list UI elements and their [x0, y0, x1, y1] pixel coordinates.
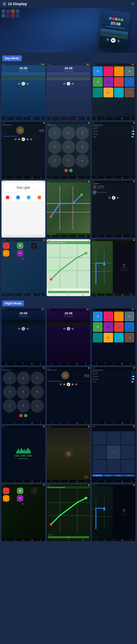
auto-connect-toggle[interactable] — [132, 133, 134, 135]
night-go-button[interactable]: GO — [48, 536, 89, 538]
dial-3[interactable]: 3DEF — [30, 372, 44, 385]
dial-3[interactable]: 3DEF — [76, 126, 89, 140]
auto-answer-toggle[interactable] — [132, 131, 134, 132]
play-btn[interactable]: ⏸ — [67, 327, 70, 330]
app-icon[interactable]: 🎵 — [104, 312, 113, 321]
prev-btn[interactable]: ⏮ — [63, 82, 66, 85]
prev-btn[interactable]: ⏮ — [18, 328, 20, 330]
flower-toggle[interactable] — [132, 136, 134, 137]
podcasts-app[interactable]: 🎙 — [3, 495, 9, 502]
app-icon[interactable]: 🔧 — [124, 333, 134, 342]
end-call-btn[interactable]: 📞 — [64, 169, 68, 172]
rew-btn[interactable]: ⏪ — [63, 383, 66, 386]
maps-app[interactable]: 🗺 — [17, 250, 23, 256]
app-icon[interactable]: 📷 — [114, 322, 124, 332]
next-btn[interactable]: ⏭ — [26, 82, 29, 85]
fwd-btn[interactable]: ⏩ — [72, 383, 74, 386]
dial-0[interactable]: 0 — [30, 399, 44, 412]
app-icon[interactable]: 🔵 — [124, 77, 134, 87]
podcasts-app[interactable]: 🎙 — [3, 250, 9, 256]
play-btn[interactable]: ▶ — [22, 138, 25, 141]
left-btn[interactable]: ← — [92, 445, 106, 459]
app-icon[interactable]: 📱 — [104, 77, 113, 87]
quick-link[interactable]: Y YouTube — [3, 196, 12, 200]
next-btn[interactable]: ⏭ — [26, 328, 29, 330]
action-btn[interactable]: Home — [92, 474, 103, 476]
next-btn[interactable]: ⏭ — [116, 196, 119, 199]
dial-5[interactable]: 5JKL — [17, 385, 30, 399]
app-icon[interactable]: 🗺 — [93, 77, 102, 87]
call-btn[interactable]: 📞 — [69, 169, 72, 172]
music-app[interactable]: 🎵 — [31, 488, 37, 494]
up-left-btn[interactable]: ↖ — [92, 431, 106, 445]
down-right-btn[interactable]: ↘ — [121, 460, 134, 473]
dial-7[interactable]: 7PQRS — [3, 399, 16, 412]
google-search[interactable]: 🔍 Search or type URL — [3, 191, 44, 194]
prev-btn[interactable]: ⏮ — [60, 383, 62, 386]
messages-app[interactable]: 💬 — [17, 242, 23, 249]
prev-btn[interactable]: ⏮ — [18, 82, 20, 85]
app-icon[interactable]: ⚙️ — [124, 66, 134, 76]
prev-btn[interactable]: ⏮ — [108, 196, 111, 199]
right-btn[interactable]: → — [121, 445, 134, 459]
app-icon[interactable]: 📻 — [114, 312, 124, 321]
app-icon[interactable]: 📡 — [93, 312, 102, 321]
dial-8[interactable]: 8TUV — [62, 154, 75, 168]
action-btn[interactable]: Back — [103, 474, 113, 476]
prev-btn[interactable]: ⏮ — [14, 138, 17, 140]
auto-answer-toggle[interactable] — [132, 376, 134, 377]
quick-link[interactable]: t Twitter — [24, 196, 34, 200]
dial-2[interactable]: 2ABC — [62, 126, 75, 140]
action-btn[interactable]: Menu — [114, 474, 124, 476]
app-icon[interactable]: 🔊 — [114, 333, 124, 342]
app-icon[interactable]: 📞 — [104, 333, 113, 342]
play-btn[interactable]: ⏸ — [22, 82, 25, 86]
app-icon[interactable]: 🔵 — [124, 322, 134, 332]
down-btn[interactable]: ↓ — [107, 460, 120, 473]
phone-app[interactable]: 📞 — [3, 242, 9, 249]
dial-6[interactable]: 6MNO — [30, 385, 44, 399]
play-btn[interactable]: ⏸ — [67, 82, 70, 86]
end-call-btn[interactable]: 📞 — [19, 414, 23, 417]
play-btn[interactable]: ▶ — [67, 382, 70, 386]
dial-7[interactable]: 7PQRS — [48, 154, 61, 168]
prev-small[interactable]: ⏪ — [18, 138, 20, 140]
app-icon[interactable]: 📷 — [114, 77, 124, 87]
phone-app[interactable]: 📞 — [3, 488, 9, 494]
app-icon[interactable]: 📱 — [104, 322, 113, 332]
app-icon[interactable]: 🔧 — [124, 88, 134, 97]
up-right-btn[interactable]: ↗ — [121, 431, 134, 445]
dial-4[interactable]: 4GHI — [48, 140, 61, 154]
dial-1[interactable]: 1 — [48, 126, 61, 140]
app-icon[interactable]: 🎬 — [93, 88, 102, 97]
music-app[interactable]: 🎵 — [31, 242, 37, 249]
app-icon[interactable]: ⚙️ — [124, 312, 134, 321]
up-btn[interactable]: ↑ — [107, 431, 120, 445]
go-button[interactable]: GO — [48, 291, 89, 293]
next-btn[interactable]: ⏭ — [72, 82, 74, 85]
center-btn[interactable]: ⊙ — [107, 445, 120, 459]
play-btn[interactable]: ⏸ — [22, 327, 25, 330]
nav-icon[interactable] — [132, 3, 135, 5]
quick-link[interactable]: R Reddit — [34, 196, 44, 200]
maps-app[interactable]: 🗺 — [17, 495, 23, 502]
app-icon[interactable]: 📻 — [114, 66, 124, 76]
dial-0[interactable]: 0 — [76, 154, 89, 168]
app-icon[interactable]: 🗺 — [93, 322, 102, 332]
app-icon[interactable]: 📡 — [93, 66, 102, 76]
next-btn[interactable]: ⏭ — [30, 138, 32, 140]
dial-2[interactable]: 2ABC — [17, 372, 30, 385]
play-btn[interactable]: ▶ — [112, 196, 116, 200]
next-small[interactable]: ⏩ — [26, 138, 29, 140]
app-icon[interactable]: 🔊 — [114, 88, 124, 97]
next-btn[interactable]: ⏭ — [75, 383, 78, 386]
call-btn[interactable]: 📞 — [24, 414, 28, 417]
action-btn[interactable]: Vol+ — [124, 474, 134, 476]
next-btn[interactable]: ⏭ — [72, 328, 74, 330]
flower-toggle[interactable] — [132, 381, 134, 382]
dial-8[interactable]: 8TUV — [17, 399, 30, 412]
down-left-btn[interactable]: ↙ — [92, 460, 106, 473]
dial-6[interactable]: 6MNO — [76, 140, 89, 154]
menu-icon[interactable] — [2, 2, 7, 6]
quick-link[interactable]: f Facebook — [13, 196, 23, 200]
